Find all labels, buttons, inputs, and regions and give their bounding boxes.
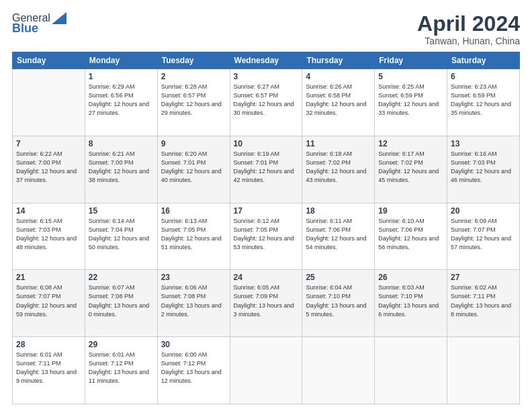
day-info: Sunrise: 6:13 AMSunset: 7:05 PMDaylight:… xyxy=(161,217,226,252)
day-number: 12 xyxy=(378,139,443,148)
day-cell: 7Sunrise: 6:22 AMSunset: 7:00 PMDaylight… xyxy=(13,136,85,203)
header: General Blue April 2024 Tanwan, Hunan, C… xyxy=(12,12,520,46)
day-cell: 24Sunrise: 6:05 AMSunset: 7:09 PMDayligh… xyxy=(230,270,302,337)
page: General Blue April 2024 Tanwan, Hunan, C… xyxy=(0,0,532,411)
day-info: Sunrise: 6:15 AMSunset: 7:03 PMDaylight:… xyxy=(16,217,81,252)
day-number: 26 xyxy=(378,273,443,282)
day-cell: 23Sunrise: 6:06 AMSunset: 7:08 PMDayligh… xyxy=(157,270,230,337)
day-number: 20 xyxy=(451,206,516,216)
day-cell: 22Sunrise: 6:07 AMSunset: 7:08 PMDayligh… xyxy=(85,270,157,337)
day-number: 9 xyxy=(161,139,226,148)
day-cell: 16Sunrise: 6:13 AMSunset: 7:05 PMDayligh… xyxy=(157,203,230,270)
logo-blue-text: Blue xyxy=(12,21,38,36)
day-number: 15 xyxy=(89,206,154,216)
day-info: Sunrise: 6:21 AMSunset: 7:00 PMDaylight:… xyxy=(89,150,154,185)
day-cell: 29Sunrise: 6:01 AMSunset: 7:12 PMDayligh… xyxy=(85,337,157,404)
logo-icon xyxy=(52,12,66,24)
col-thursday: Thursday xyxy=(302,52,375,69)
day-info: Sunrise: 6:25 AMSunset: 6:59 PMDaylight:… xyxy=(378,83,443,118)
day-info: Sunrise: 6:06 AMSunset: 7:08 PMDaylight:… xyxy=(161,283,226,318)
month-title: April 2024 xyxy=(417,12,520,36)
day-cell: 4Sunrise: 6:26 AMSunset: 6:58 PMDaylight… xyxy=(302,69,375,136)
day-info: Sunrise: 6:22 AMSunset: 7:00 PMDaylight:… xyxy=(16,150,81,185)
day-cell: 21Sunrise: 6:08 AMSunset: 7:07 PMDayligh… xyxy=(13,270,85,337)
svg-marker-0 xyxy=(52,12,66,24)
col-monday: Monday xyxy=(85,52,157,69)
day-info: Sunrise: 6:07 AMSunset: 7:08 PMDaylight:… xyxy=(89,283,154,318)
day-number: 5 xyxy=(378,72,443,81)
day-cell: 19Sunrise: 6:10 AMSunset: 7:06 PMDayligh… xyxy=(375,203,447,270)
day-info: Sunrise: 6:01 AMSunset: 7:11 PMDaylight:… xyxy=(16,351,81,385)
day-number: 13 xyxy=(451,139,516,148)
day-number: 19 xyxy=(378,206,443,216)
week-row-1: 7Sunrise: 6:22 AMSunset: 7:00 PMDaylight… xyxy=(13,136,520,203)
col-tuesday: Tuesday xyxy=(157,52,230,69)
col-friday: Friday xyxy=(375,52,447,69)
day-number: 6 xyxy=(451,72,516,81)
day-number: 29 xyxy=(89,340,154,349)
day-info: Sunrise: 6:23 AMSunset: 6:59 PMDaylight:… xyxy=(451,83,516,118)
day-info: Sunrise: 6:00 AMSunset: 7:12 PMDaylight:… xyxy=(161,351,226,385)
col-saturday: Saturday xyxy=(447,52,520,69)
day-info: Sunrise: 6:05 AMSunset: 7:09 PMDaylight:… xyxy=(234,283,299,318)
day-info: Sunrise: 6:29 AMSunset: 6:56 PMDaylight:… xyxy=(89,83,154,118)
day-info: Sunrise: 6:18 AMSunset: 7:02 PMDaylight:… xyxy=(306,150,371,185)
day-number: 24 xyxy=(234,273,299,282)
day-number: 14 xyxy=(16,206,81,216)
day-number: 7 xyxy=(16,139,81,148)
day-cell: 11Sunrise: 6:18 AMSunset: 7:02 PMDayligh… xyxy=(302,136,375,203)
day-cell: 20Sunrise: 6:09 AMSunset: 7:07 PMDayligh… xyxy=(447,203,520,270)
day-number: 30 xyxy=(161,340,226,349)
day-info: Sunrise: 6:26 AMSunset: 6:58 PMDaylight:… xyxy=(306,83,371,118)
day-info: Sunrise: 6:17 AMSunset: 7:02 PMDaylight:… xyxy=(378,150,443,185)
header-row: Sunday Monday Tuesday Wednesday Thursday… xyxy=(13,52,520,69)
day-cell: 18Sunrise: 6:11 AMSunset: 7:06 PMDayligh… xyxy=(302,203,375,270)
day-info: Sunrise: 6:28 AMSunset: 6:57 PMDaylight:… xyxy=(161,83,226,118)
day-number: 10 xyxy=(234,139,299,148)
day-info: Sunrise: 6:16 AMSunset: 7:03 PMDaylight:… xyxy=(451,150,516,185)
col-wednesday: Wednesday xyxy=(230,52,302,69)
day-number: 4 xyxy=(306,72,371,81)
day-info: Sunrise: 6:10 AMSunset: 7:06 PMDaylight:… xyxy=(378,217,443,252)
week-row-2: 14Sunrise: 6:15 AMSunset: 7:03 PMDayligh… xyxy=(13,203,520,270)
day-number: 3 xyxy=(234,72,299,81)
day-number: 16 xyxy=(161,206,226,216)
location: Tanwan, Hunan, China xyxy=(417,36,520,46)
day-number: 28 xyxy=(16,340,81,349)
logo: General Blue xyxy=(12,12,66,36)
day-number: 23 xyxy=(161,273,226,282)
day-cell: 5Sunrise: 6:25 AMSunset: 6:59 PMDaylight… xyxy=(375,69,447,136)
day-info: Sunrise: 6:27 AMSunset: 6:57 PMDaylight:… xyxy=(234,83,299,118)
day-number: 27 xyxy=(451,273,516,282)
day-cell: 6Sunrise: 6:23 AMSunset: 6:59 PMDaylight… xyxy=(447,69,520,136)
day-number: 8 xyxy=(89,139,154,148)
day-cell: 2Sunrise: 6:28 AMSunset: 6:57 PMDaylight… xyxy=(157,69,230,136)
day-number: 17 xyxy=(234,206,299,216)
day-number: 18 xyxy=(306,206,371,216)
day-info: Sunrise: 6:12 AMSunset: 7:05 PMDaylight:… xyxy=(234,217,299,252)
day-cell: 10Sunrise: 6:19 AMSunset: 7:01 PMDayligh… xyxy=(230,136,302,203)
week-row-3: 21Sunrise: 6:08 AMSunset: 7:07 PMDayligh… xyxy=(13,270,520,337)
day-cell xyxy=(230,337,302,404)
day-cell xyxy=(447,337,520,404)
day-info: Sunrise: 6:20 AMSunset: 7:01 PMDaylight:… xyxy=(161,150,226,185)
day-number: 25 xyxy=(306,273,371,282)
day-cell xyxy=(375,337,447,404)
day-number: 1 xyxy=(89,72,154,81)
day-cell: 26Sunrise: 6:03 AMSunset: 7:10 PMDayligh… xyxy=(375,270,447,337)
day-cell: 15Sunrise: 6:14 AMSunset: 7:04 PMDayligh… xyxy=(85,203,157,270)
day-cell: 27Sunrise: 6:02 AMSunset: 7:11 PMDayligh… xyxy=(447,270,520,337)
day-info: Sunrise: 6:11 AMSunset: 7:06 PMDaylight:… xyxy=(306,217,371,252)
day-cell: 1Sunrise: 6:29 AMSunset: 6:56 PMDaylight… xyxy=(85,69,157,136)
day-cell xyxy=(13,69,85,136)
calendar-table: Sunday Monday Tuesday Wednesday Thursday… xyxy=(12,52,520,404)
day-info: Sunrise: 6:02 AMSunset: 7:11 PMDaylight:… xyxy=(451,283,516,318)
day-info: Sunrise: 6:19 AMSunset: 7:01 PMDaylight:… xyxy=(234,150,299,185)
day-cell: 17Sunrise: 6:12 AMSunset: 7:05 PMDayligh… xyxy=(230,203,302,270)
day-info: Sunrise: 6:01 AMSunset: 7:12 PMDaylight:… xyxy=(89,351,154,385)
day-cell: 3Sunrise: 6:27 AMSunset: 6:57 PMDaylight… xyxy=(230,69,302,136)
day-info: Sunrise: 6:04 AMSunset: 7:10 PMDaylight:… xyxy=(306,283,371,318)
day-number: 22 xyxy=(89,273,154,282)
day-info: Sunrise: 6:08 AMSunset: 7:07 PMDaylight:… xyxy=(16,283,81,318)
day-cell: 8Sunrise: 6:21 AMSunset: 7:00 PMDaylight… xyxy=(85,136,157,203)
